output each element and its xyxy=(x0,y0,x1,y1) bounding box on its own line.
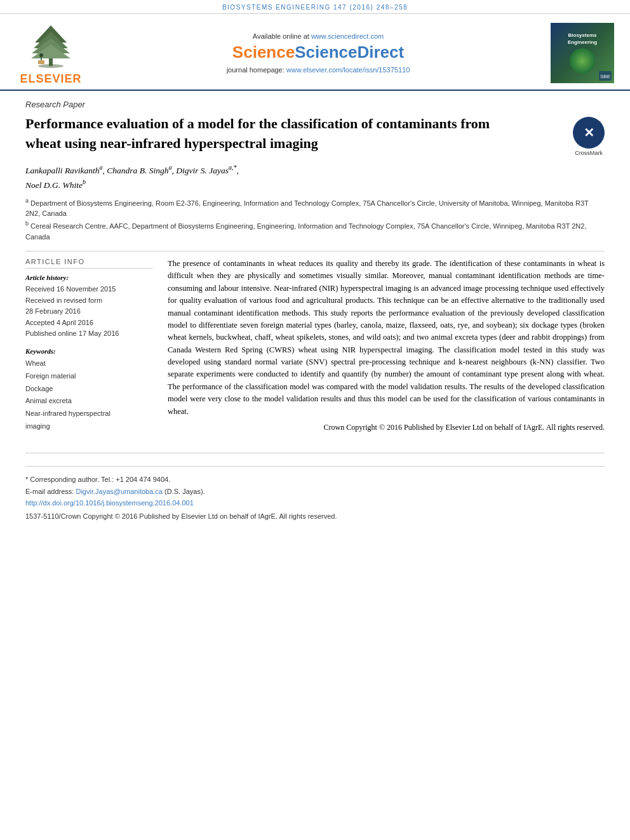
journal-logo-box: Biosystems Engineering SBE xyxy=(551,23,614,83)
issn-line: 1537-5110/Crown Copyright © 2016 Publish… xyxy=(25,511,605,523)
article-info-column: ARTICLE INFO Article history: Received 1… xyxy=(25,258,152,433)
crossmark-container: ✕ CrossMark xyxy=(573,117,605,156)
journal-bar-text: BIOSYSTEMS ENGINEERING 147 (2016) 248–25… xyxy=(222,4,408,11)
journal-icon: SBE xyxy=(599,71,612,81)
available-text: Available online at www.sciencedirect.co… xyxy=(102,32,535,40)
crossmark-label: CrossMark xyxy=(573,150,605,156)
revised-date: 28 February 2016 xyxy=(25,306,152,317)
journal-bar: BIOSYSTEMS ENGINEERING 147 (2016) 248–25… xyxy=(0,0,630,14)
abstract-column: The presence of contaminants in wheat re… xyxy=(168,258,605,433)
keyword-4: Animal excreta xyxy=(25,395,152,408)
journal-logo-circle xyxy=(570,48,595,74)
keyword-2: Foreign material xyxy=(25,370,152,383)
email-line: E-mail address: Digvir.Jayas@umanitoba.c… xyxy=(25,486,605,498)
center-header: Available online at www.sciencedirect.co… xyxy=(89,32,547,74)
published-date: Published online 17 May 2016 xyxy=(25,328,152,340)
elsevier-label: ELSEVIER xyxy=(20,72,81,86)
affiliations: a Department of Biosystems Engineering, … xyxy=(25,197,605,242)
main-content: Research Paper Performance evaluation of… xyxy=(0,91,630,535)
crossmark-icon[interactable]: ✕ xyxy=(573,117,605,149)
svg-rect-8 xyxy=(38,60,44,64)
corresponding-author-note: * Corresponding author. Tel.: +1 204 474… xyxy=(25,474,605,486)
abstract-text: The presence of contaminants in wheat re… xyxy=(168,258,605,418)
abstract-copyright: Crown Copyright © 2016 Published by Else… xyxy=(168,422,605,434)
divider-1 xyxy=(25,251,605,251)
journal-logo: Biosystems Engineering SBE xyxy=(547,23,617,83)
doi-link[interactable]: http://dx.doi.org/10.1016/j.biosystemsen… xyxy=(25,499,194,507)
journal-homepage: journal homepage: www.elsevier.com/locat… xyxy=(102,66,535,74)
footer-section: * Corresponding author. Tel.: +1 204 474… xyxy=(25,466,605,523)
affiliation-b: b Cereal Research Centre, AAFC, Departme… xyxy=(25,220,605,242)
page-header: ELSEVIER Available online at www.science… xyxy=(0,14,630,91)
journal-logo-title: Biosystems Engineering xyxy=(568,32,597,46)
svg-point-1 xyxy=(38,64,64,68)
elsevier-tree-icon xyxy=(22,20,79,71)
doi-line: http://dx.doi.org/10.1016/j.biosystemsen… xyxy=(25,498,605,509)
authors-line: Lankapalli Ravikantha, Chandra B. Singha… xyxy=(25,163,605,192)
keyword-3: Dockage xyxy=(25,383,152,396)
email-link[interactable]: Digvir.Jayas@umanitoba.ca xyxy=(76,488,163,495)
affiliation-a: a Department of Biosystems Engineering, … xyxy=(25,197,605,219)
divider-2 xyxy=(25,453,605,453)
elsevier-logo: ELSEVIER xyxy=(13,20,89,86)
article-type-label: Research Paper xyxy=(25,100,605,109)
sciencedirect-logo: ScienceScienceDirect xyxy=(102,43,535,62)
keywords-label: Keywords: xyxy=(25,347,152,355)
accepted-date: Accepted 4 April 2016 xyxy=(25,317,152,329)
svg-point-6 xyxy=(39,53,43,57)
title-crossmark-row: Performance evaluation of a model for th… xyxy=(25,114,605,163)
keyword-1: Wheat xyxy=(25,357,152,370)
received-revised-label: Received in revised form xyxy=(25,295,152,307)
article-title: Performance evaluation of a model for th… xyxy=(25,114,521,154)
keyword-5: Near-infrared hyperspectral xyxy=(25,408,152,420)
keyword-6: imaging xyxy=(25,420,152,433)
two-column-layout: ARTICLE INFO Article history: Received 1… xyxy=(25,258,605,433)
homepage-link[interactable]: www.elsevier.com/locate/issn/15375110 xyxy=(286,66,410,74)
article-history-label: Article history: xyxy=(25,274,152,281)
svg-text:SBE: SBE xyxy=(600,74,610,79)
received-date-1: Received 16 November 2015 xyxy=(25,284,152,295)
available-link[interactable]: www.sciencedirect.com xyxy=(311,32,384,40)
article-info-title: ARTICLE INFO xyxy=(25,258,152,269)
